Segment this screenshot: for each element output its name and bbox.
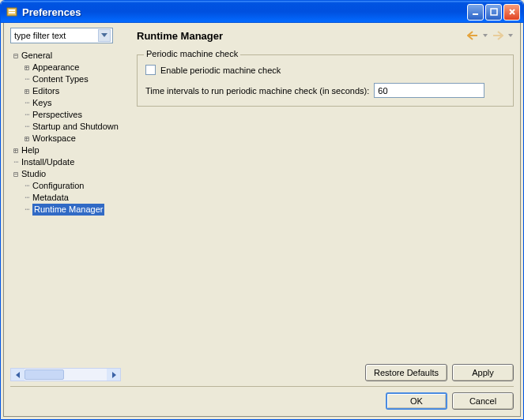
restore-defaults-button[interactable]: Restore Defaults: [365, 364, 447, 381]
dropdown-icon[interactable]: [98, 29, 111, 42]
maximize-button[interactable]: [485, 4, 502, 21]
tree-item-help[interactable]: ⊞Help: [10, 144, 124, 156]
expand-icon[interactable]: ⊞: [21, 62, 32, 73]
collapse-icon[interactable]: ⊟: [10, 50, 21, 62]
tree-item-perspectives[interactable]: ⋯Perspectives: [10, 109, 124, 121]
filter-text: type filter text: [14, 31, 66, 40]
horizontal-scrollbar[interactable]: [10, 368, 121, 381]
scroll-left-button[interactable]: [11, 369, 25, 381]
enable-check-checkbox[interactable]: [145, 65, 156, 75]
tree-item-content-types[interactable]: ⋯Content Types: [10, 73, 124, 85]
periodic-check-group: Periodic machine check Enable periodic m…: [137, 54, 514, 107]
window-title: Preferences: [22, 6, 467, 18]
ok-button[interactable]: OK: [386, 392, 447, 410]
svg-rect-4: [491, 9, 497, 15]
scroll-right-button[interactable]: [107, 369, 120, 381]
tree-item-appearance[interactable]: ⊞Appearance: [10, 62, 124, 73]
forward-button[interactable]: [492, 29, 504, 42]
expand-icon[interactable]: ⊞: [21, 85, 32, 97]
minimize-button[interactable]: [467, 4, 484, 21]
titlebar[interactable]: Preferences: [1, 1, 523, 23]
expand-icon[interactable]: ⊞: [10, 144, 21, 156]
back-menu-icon[interactable]: [482, 29, 488, 42]
leaf-icon: ⋯: [21, 121, 32, 133]
interval-input[interactable]: 60: [374, 83, 484, 98]
collapse-icon[interactable]: ⊟: [10, 168, 21, 180]
expand-icon[interactable]: ⊞: [21, 133, 32, 144]
tree-item-general[interactable]: ⊟General: [10, 50, 124, 62]
group-legend: Periodic machine check: [144, 49, 240, 58]
dialog-footer: OK Cancel: [10, 386, 514, 410]
leaf-icon: ⋯: [21, 192, 32, 204]
tree-item-startup[interactable]: ⋯Startup and Shutdown: [10, 121, 124, 133]
preferences-tree[interactable]: ⊟General ⊞Appearance ⋯Content Types ⊞Edi…: [10, 48, 124, 365]
leaf-icon: ⋯: [10, 156, 21, 168]
svg-rect-3: [473, 13, 478, 15]
enable-check-label: Enable periodic machine check: [160, 66, 281, 75]
leaf-icon: ⋯: [21, 97, 32, 109]
nav-arrows: [466, 29, 514, 42]
leaf-icon: ⋯: [21, 73, 32, 85]
filter-text-combo[interactable]: type filter text: [10, 28, 113, 43]
leaf-icon: ⋯: [21, 204, 32, 216]
left-pane: type filter text ⊟General ⊞Appearance ⋯C…: [4, 23, 127, 384]
tree-item-studio[interactable]: ⊟Studio: [10, 168, 124, 180]
right-pane: Runtime Manager Periodic machine check E…: [127, 23, 520, 384]
scroll-thumb[interactable]: [25, 369, 64, 380]
app-icon: [6, 6, 18, 18]
leaf-icon: ⋯: [21, 180, 32, 192]
cancel-button[interactable]: Cancel: [452, 392, 514, 410]
tree-item-metadata[interactable]: ⋯Metadata: [10, 192, 124, 204]
tree-item-workspace[interactable]: ⊞Workspace: [10, 133, 124, 144]
svg-rect-1: [9, 9, 15, 11]
preferences-window: Preferences type filter text: [0, 0, 524, 420]
back-button[interactable]: [466, 29, 479, 42]
tree-item-editors[interactable]: ⊞Editors: [10, 85, 124, 97]
tree-item-keys[interactable]: ⋯Keys: [10, 97, 124, 109]
tree-item-install-update[interactable]: ⋯Install/Update: [10, 156, 124, 168]
tree-item-configuration[interactable]: ⋯Configuration: [10, 180, 124, 192]
client-area: type filter text ⊟General ⊞Appearance ⋯C…: [3, 23, 521, 417]
interval-label: Time intervals to run periodic machine c…: [145, 86, 369, 96]
window-controls: [467, 4, 520, 21]
leaf-icon: ⋯: [21, 109, 32, 121]
forward-menu-icon[interactable]: [507, 29, 514, 42]
apply-button[interactable]: Apply: [452, 364, 514, 381]
tree-item-runtime-manager[interactable]: ⋯Runtime Manager: [10, 204, 124, 216]
svg-rect-2: [9, 12, 15, 13]
close-button[interactable]: [503, 4, 520, 21]
page-title: Runtime Manager: [137, 30, 223, 42]
